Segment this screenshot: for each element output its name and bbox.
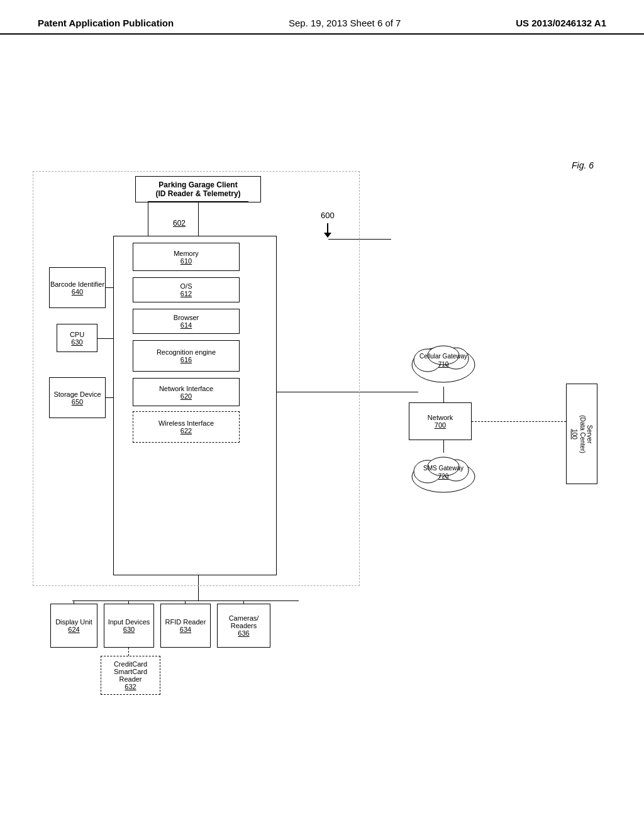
line-title-left — [148, 201, 148, 236]
server-text2: (Data Center) — [579, 415, 586, 453]
title-line1: Parking Garage Client — [141, 180, 255, 189]
input-number: 630 — [123, 626, 135, 633]
header-right: US 2013/0246132 A1 — [516, 18, 606, 28]
server-box: Server (Data Center) 100 — [566, 384, 597, 484]
display-label: Display Unit — [55, 618, 92, 626]
line-bottom-h — [72, 600, 299, 601]
header-center: Sep. 19, 2013 Sheet 6 of 7 — [289, 18, 401, 28]
display-number: 624 — [68, 626, 79, 633]
browser-box: Browser 614 — [133, 309, 240, 334]
reader-label: Reader — [104, 675, 157, 683]
rfid-number: 634 — [180, 626, 191, 633]
creditcard-label: CreditCard — [104, 660, 157, 668]
cellular-label: Cellular Gateway 710 — [409, 352, 478, 368]
cellular-text: Cellular Gateway — [409, 352, 478, 360]
cpu-box: CPU 630 — [57, 324, 97, 352]
os-box: O/S 612 — [133, 277, 240, 302]
line-title-h — [148, 201, 248, 202]
line-storage — [106, 397, 113, 398]
barcode-box: Barcode Identifier 640 — [49, 267, 106, 308]
browser-number: 614 — [180, 321, 192, 329]
browser-label: Browser — [174, 314, 199, 321]
cellular-number: 710 — [409, 360, 478, 368]
cameras-label: Cameras/ Readers — [218, 614, 270, 629]
title-line2: (ID Reader & Telemetry) — [141, 189, 255, 198]
os-number: 612 — [180, 290, 192, 297]
cpu-number: 630 — [71, 338, 82, 346]
conn-input — [128, 600, 129, 604]
barcode-label: Barcode Identifier — [50, 280, 104, 288]
smartcard-label: SmartCard — [104, 668, 157, 675]
label-600: 600 — [321, 211, 335, 220]
recognition-number: 616 — [180, 356, 192, 363]
header-left: Patent Application Publication — [38, 18, 174, 28]
network-interface-label: Network Interface — [159, 385, 213, 392]
memory-number: 610 — [180, 257, 192, 265]
rfid-box: RFID Reader 634 — [160, 604, 211, 648]
memory-label: Memory — [174, 250, 199, 257]
input-label: Input Devices — [108, 618, 150, 626]
storage-box: Storage Device 650 — [49, 377, 106, 418]
creditcard-number: 632 — [104, 683, 157, 690]
sms-gateway-cloud: SMS Gateway 720 — [409, 453, 478, 497]
line-cellular-network — [443, 387, 444, 402]
server-number: 100 — [571, 415, 578, 453]
conn-rfid — [185, 600, 186, 604]
fig-label: Fig. 6 — [572, 160, 594, 170]
storage-number: 650 — [72, 398, 83, 406]
memory-box: Memory 610 — [133, 243, 240, 271]
sms-text: SMS Gateway — [409, 464, 478, 472]
network-700-label: Network — [428, 414, 453, 421]
conn-display — [74, 600, 74, 604]
creditcard-box: CreditCard SmartCard Reader 632 — [101, 656, 160, 695]
barcode-number: 640 — [72, 288, 83, 296]
line-600-h — [328, 239, 391, 240]
recognition-label: Recognition engine — [157, 348, 216, 356]
sms-label: SMS Gateway 720 — [409, 464, 478, 480]
title-box: Parking Garage Client (ID Reader & Telem… — [135, 176, 261, 202]
line-network-h — [277, 392, 418, 392]
cameras-number: 636 — [238, 629, 249, 637]
cpu-label: CPU — [70, 331, 84, 338]
rfid-label: RFID Reader — [165, 618, 206, 626]
dashed-line-creditcard — [128, 648, 129, 656]
dashed-line-to-server — [472, 421, 566, 422]
wireless-interface-box: Wireless Interface 622 — [133, 411, 240, 443]
network-700-number: 700 — [428, 421, 453, 429]
arrow-600-head — [324, 233, 331, 238]
page-header: Patent Application Publication Sep. 19, … — [0, 0, 644, 35]
line-barcode — [106, 287, 113, 288]
box-602: Memory 610 O/S 612 Browser 614 Recogniti… — [113, 236, 277, 575]
network-700-box: Network 700 — [409, 402, 472, 440]
storage-label: Storage Device — [53, 390, 101, 398]
os-label: O/S — [180, 282, 192, 290]
line-sms-network — [443, 440, 444, 453]
recognition-box: Recognition engine 616 — [133, 340, 240, 372]
network-interface-box: Network Interface 620 — [133, 378, 240, 406]
line-box-down — [198, 575, 199, 600]
display-box: Display Unit 624 — [50, 604, 97, 648]
input-devices-box: Input Devices 630 — [104, 604, 154, 648]
cameras-box: Cameras/ Readers 636 — [217, 604, 270, 648]
server-label: Server (Data Center) 100 — [571, 415, 593, 453]
sms-number: 720 — [409, 472, 478, 480]
line-title-to-box — [198, 201, 199, 236]
conn-cameras — [243, 600, 244, 604]
cellular-gateway-cloud: Cellular Gateway 710 — [409, 343, 478, 387]
wireless-number: 622 — [180, 427, 192, 434]
diagram: Parking Garage Client (ID Reader & Telem… — [38, 176, 604, 755]
network-interface-number: 620 — [180, 392, 192, 400]
line-cpu — [97, 338, 113, 339]
wireless-label: Wireless Interface — [158, 419, 214, 427]
label-602: 602 — [173, 219, 186, 228]
server-text: Server — [586, 415, 593, 453]
